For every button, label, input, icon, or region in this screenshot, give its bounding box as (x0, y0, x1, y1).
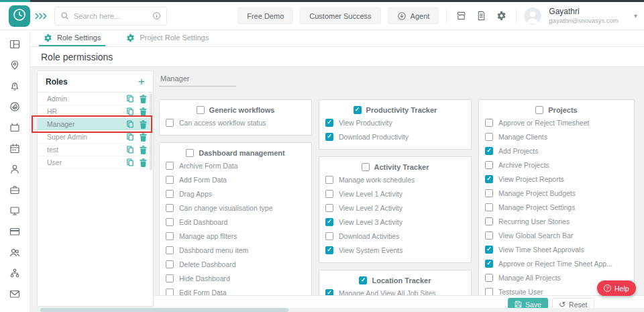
credit-card-icon[interactable] (9, 226, 20, 237)
group-checkbox[interactable] (359, 276, 367, 284)
role-row-test[interactable]: test (38, 144, 153, 156)
permission-item[interactable]: Manage Project Settings (485, 200, 628, 214)
search-input[interactable] (74, 12, 148, 20)
group-checkbox[interactable] (197, 106, 205, 114)
roles-scrollbar[interactable] (150, 93, 152, 170)
permission-group-header[interactable]: Generic workflows (166, 104, 305, 115)
user-icon[interactable] (9, 164, 20, 174)
permission-checkbox[interactable] (325, 190, 333, 198)
role-row-admin[interactable]: Admin (38, 93, 153, 105)
permission-checkbox[interactable] (485, 217, 493, 225)
permission-checkbox[interactable] (166, 246, 174, 254)
delete-role-icon[interactable] (140, 95, 147, 103)
spiral-icon[interactable] (9, 101, 20, 112)
permission-item[interactable]: Manage And View All Job Sites (325, 286, 465, 295)
permission-checkbox[interactable] (485, 260, 493, 268)
permission-checkbox[interactable] (166, 162, 174, 170)
permission-item[interactable]: Recurring User Stories (485, 214, 628, 228)
add-role-button[interactable]: + (138, 76, 145, 87)
permission-checkbox[interactable] (485, 161, 493, 169)
permission-checkbox[interactable] (485, 203, 493, 211)
permission-checkbox[interactable] (325, 218, 333, 226)
permission-checkbox[interactable] (485, 175, 493, 183)
document-icon[interactable] (474, 11, 488, 21)
permission-item[interactable]: Add Form Data (166, 172, 305, 187)
role-row-user[interactable]: User (38, 156, 153, 169)
permission-item[interactable]: Drag Apps (166, 187, 305, 201)
permission-item[interactable]: Manage work schedules (325, 172, 465, 187)
notification-bell-icon[interactable] (9, 81, 20, 91)
team-icon[interactable] (9, 247, 20, 258)
group-checkbox[interactable] (362, 163, 370, 171)
copy-role-icon[interactable] (126, 158, 134, 166)
permission-item[interactable]: Approve or Reject Time Sheet App... (485, 256, 628, 270)
permission-checkbox[interactable] (166, 190, 174, 198)
avatar[interactable] (524, 7, 541, 25)
permission-item[interactable]: Can access workflow status (166, 115, 305, 129)
chevron-down-icon[interactable]: ▾ (634, 12, 637, 19)
calendar-icon[interactable] (9, 143, 20, 154)
permission-checkbox[interactable] (166, 232, 174, 240)
permission-checkbox[interactable] (485, 246, 493, 254)
permission-checkbox[interactable] (485, 274, 493, 282)
horizontal-scrollbar-thumb[interactable] (40, 308, 288, 312)
group-checkbox[interactable] (186, 149, 194, 157)
permission-item[interactable]: Archive Form Data (166, 158, 305, 172)
permission-checkbox[interactable] (485, 133, 493, 141)
user-menu[interactable]: Gayathri gayathri@snovasys.com (549, 7, 619, 25)
permission-item[interactable]: Edit Form Data (166, 285, 305, 295)
permission-item[interactable]: View Level 3 Activity (325, 215, 465, 229)
permission-item[interactable]: Edit Dashboard (166, 215, 305, 229)
app-logo[interactable] (9, 5, 30, 27)
search-box[interactable] (54, 7, 167, 25)
permission-group-header[interactable]: Activity Tracker (325, 161, 465, 172)
permission-item[interactable]: Download Productivity (325, 129, 465, 144)
sidebar-expand-icon[interactable] (35, 13, 47, 19)
permission-group-header[interactable]: Dashboard management (166, 147, 305, 158)
permission-checkbox[interactable] (166, 274, 174, 282)
permission-item[interactable]: Approve or Reject Timesheet (485, 115, 628, 129)
tv-icon[interactable] (9, 122, 20, 133)
permission-checkbox[interactable] (485, 119, 493, 127)
store-icon[interactable] (454, 11, 468, 21)
permission-checkbox[interactable] (325, 133, 333, 141)
permission-item[interactable]: Can change visualisation type (166, 201, 305, 215)
permission-checkbox[interactable] (166, 260, 174, 268)
monitor-icon[interactable] (9, 205, 20, 216)
permission-group-header[interactable]: Location Tracker (325, 274, 465, 286)
permission-item[interactable]: Hide Dashboard (166, 271, 305, 285)
group-checkbox[interactable] (535, 106, 543, 114)
permission-checkbox[interactable] (325, 204, 333, 212)
permission-checkbox[interactable] (166, 204, 174, 212)
permission-checkbox[interactable] (485, 189, 493, 197)
agent-button[interactable]: Agent (388, 7, 439, 24)
mail-icon[interactable] (9, 289, 20, 299)
permission-checkbox[interactable] (166, 119, 174, 127)
settings-icon[interactable] (494, 11, 508, 21)
permission-item[interactable]: Manage app filters (166, 229, 305, 243)
permission-item[interactable]: View Level 1 Activity (325, 187, 465, 201)
role-row-super-admin[interactable]: Super Admin (38, 131, 153, 144)
tab-role-settings[interactable]: Role Settings (39, 30, 105, 46)
delete-role-icon[interactable] (140, 120, 147, 129)
info-icon[interactable] (152, 11, 161, 20)
permission-checkbox[interactable] (166, 218, 174, 226)
permission-item[interactable]: Manage Project Budgets (485, 186, 628, 200)
tab-project-role-settings[interactable]: Project Role Settings (121, 30, 213, 46)
permission-checkbox[interactable] (485, 147, 493, 155)
briefcase-icon[interactable] (9, 185, 20, 195)
role-name-input[interactable] (159, 73, 236, 87)
permission-checkbox[interactable] (325, 246, 333, 254)
permission-item[interactable]: View Project Reports (485, 172, 628, 186)
customer-success-button[interactable]: Customer Success (300, 7, 380, 24)
permission-item[interactable]: View Level 2 Activity (325, 201, 465, 215)
permission-checkbox[interactable] (485, 288, 493, 296)
permission-group-header[interactable]: Productivity Tracker (325, 104, 465, 115)
permission-checkbox[interactable] (325, 119, 333, 127)
permission-item[interactable]: View Time Sheet Approvals (485, 242, 628, 256)
delete-role-icon[interactable] (140, 107, 147, 116)
permission-item[interactable]: Download Activities (325, 229, 465, 243)
role-row-manager[interactable]: Manager (38, 118, 153, 131)
permission-checkbox[interactable] (325, 232, 333, 240)
permission-item[interactable]: View System Events (325, 243, 465, 257)
